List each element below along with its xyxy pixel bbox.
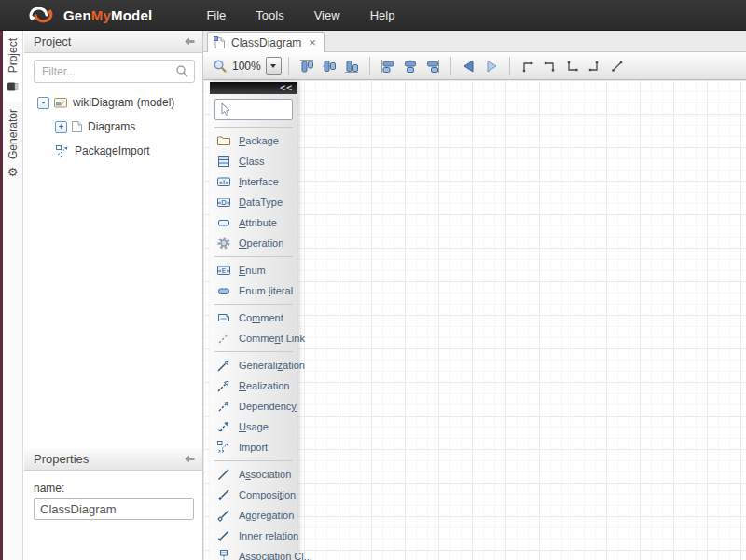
diagram-toolbar: 100% bbox=[203, 52, 746, 80]
import-icon bbox=[216, 440, 231, 455]
palette-item-attribute[interactable]: Attribute bbox=[210, 212, 297, 233]
filter-field-wrap bbox=[34, 60, 195, 83]
composition-icon bbox=[216, 487, 231, 502]
name-field-label: name: bbox=[34, 482, 202, 495]
collapse-left-icon[interactable] bbox=[185, 37, 195, 46]
tab-label: ClassDiagram bbox=[231, 36, 301, 49]
connector-elbow-2-button[interactable] bbox=[539, 55, 561, 77]
tree-item-packageimport[interactable]: PackageImport bbox=[24, 139, 202, 163]
palette-item-comment[interactable]: Comment bbox=[210, 307, 297, 328]
palette-item-generalization[interactable]: Generalization bbox=[210, 355, 297, 376]
package-import-icon bbox=[55, 144, 70, 158]
palette-item-association-class[interactable]: Association Cl... bbox=[210, 546, 297, 560]
tab-close-icon[interactable]: × bbox=[309, 37, 316, 48]
sidetab-generator-label: Generator bbox=[7, 109, 20, 159]
sidetab-generator[interactable]: Generator ⚙ bbox=[3, 102, 22, 184]
tree-item-diagrams[interactable]: + Diagrams bbox=[24, 115, 202, 139]
attribute-icon bbox=[216, 215, 231, 230]
align-bottom-button[interactable] bbox=[340, 55, 363, 77]
palette-item-usage[interactable]: Usage bbox=[210, 417, 297, 437]
project-panel: Project - wikiDiagram (model) + Diagrams bbox=[24, 31, 203, 448]
datatype-icon: «D» bbox=[216, 195, 231, 210]
operation-icon bbox=[216, 236, 231, 251]
tree-item-label: wikiDiagram (model) bbox=[73, 96, 174, 109]
selection-tool-button[interactable] bbox=[214, 99, 293, 120]
tree-item-label: PackageImport bbox=[75, 144, 150, 157]
comment-icon bbox=[216, 310, 231, 325]
collapse-toggle-icon[interactable]: - bbox=[37, 97, 49, 109]
tool-palette: << Package Class «I» Interface «D» DataT… bbox=[210, 82, 297, 560]
svg-text:«E»: «E» bbox=[218, 267, 230, 275]
align-center-button[interactable] bbox=[399, 55, 421, 77]
align-right-button[interactable] bbox=[421, 55, 444, 77]
palette-item-enum[interactable]: «E» Enum bbox=[210, 260, 297, 280]
zoom-dropdown-button[interactable] bbox=[266, 57, 282, 75]
palette-item-inner-relation[interactable]: Inner relation bbox=[210, 526, 297, 546]
palette-collapse-button[interactable]: << bbox=[280, 84, 293, 93]
align-left-button[interactable] bbox=[377, 55, 399, 77]
connector-elbow-4-button[interactable] bbox=[584, 55, 606, 77]
book-icon bbox=[7, 79, 19, 96]
side-tab-strip: Project Generator ⚙ bbox=[3, 31, 23, 560]
flip-vertical-button[interactable] bbox=[480, 55, 503, 77]
gear-icon: ⚙ bbox=[7, 166, 19, 178]
palette-item-class[interactable]: Class bbox=[210, 151, 297, 171]
palette-item-interface[interactable]: «I» Interface bbox=[210, 171, 297, 192]
tree-item-label: Diagrams bbox=[88, 120, 135, 133]
project-tree: - wikiDiagram (model) + Diagrams Package… bbox=[24, 90, 202, 163]
menu-tools[interactable]: Tools bbox=[241, 2, 298, 29]
zoom-level-value: 100% bbox=[232, 60, 261, 73]
align-middle-button[interactable] bbox=[318, 55, 340, 77]
palette-item-realization[interactable]: Realization bbox=[210, 376, 297, 396]
svg-text:«D»: «D» bbox=[217, 199, 230, 207]
diagram-file-icon bbox=[71, 120, 83, 133]
properties-panel-title: Properties bbox=[34, 452, 89, 466]
menu-help[interactable]: Help bbox=[355, 2, 410, 29]
menu-view[interactable]: View bbox=[299, 2, 355, 29]
collapse-left-icon[interactable] bbox=[185, 455, 195, 463]
genmymodel-cloud-icon bbox=[24, 5, 58, 26]
connector-straight-button[interactable] bbox=[606, 55, 629, 77]
sidetab-project[interactable]: Project bbox=[3, 31, 22, 102]
palette-item-aggregation[interactable]: Aggregation bbox=[210, 505, 297, 526]
palette-item-comment-link[interactable]: Comment Link bbox=[210, 328, 297, 348]
cursor-icon bbox=[219, 102, 231, 116]
palette-item-association[interactable]: Association bbox=[210, 464, 297, 485]
filter-input[interactable] bbox=[34, 60, 195, 83]
name-input[interactable] bbox=[34, 498, 194, 520]
menu-bar: File Tools View Help bbox=[191, 2, 409, 29]
palette-item-import[interactable]: Import bbox=[210, 437, 297, 458]
search-icon bbox=[175, 64, 188, 77]
enum-icon: «E» bbox=[216, 263, 231, 278]
svg-text:«I»: «I» bbox=[219, 179, 229, 186]
generalization-icon bbox=[216, 358, 231, 373]
palette-header: << bbox=[210, 82, 297, 94]
chevron-down-icon bbox=[270, 64, 276, 68]
flip-horizontal-button[interactable] bbox=[458, 55, 480, 77]
editor-tab-bar: ClassDiagram × bbox=[203, 31, 746, 52]
project-panel-header: Project bbox=[24, 31, 202, 53]
top-menubar: GenMyModel File Tools View Help bbox=[0, 0, 746, 31]
app-logo: GenMyModel bbox=[24, 5, 152, 26]
palette-item-package[interactable]: Package bbox=[210, 130, 297, 151]
properties-panel: Properties name: bbox=[24, 448, 203, 560]
inner-relation-icon bbox=[216, 528, 231, 543]
palette-item-dependency[interactable]: Dependency bbox=[210, 396, 297, 417]
model-icon bbox=[53, 96, 68, 109]
interface-icon: «I» bbox=[216, 174, 231, 189]
menu-file[interactable]: File bbox=[191, 2, 241, 29]
connector-elbow-3-button[interactable] bbox=[561, 55, 584, 77]
align-top-button[interactable] bbox=[296, 55, 318, 77]
comment-link-icon bbox=[216, 331, 231, 346]
tree-item-model[interactable]: - wikiDiagram (model) bbox=[24, 90, 202, 115]
tab-classdiagram[interactable]: ClassDiagram × bbox=[207, 32, 325, 52]
diagram-tab-icon bbox=[214, 36, 226, 49]
palette-item-enum-literal[interactable]: Enum literal bbox=[210, 280, 297, 301]
app-title: GenMyModel bbox=[63, 7, 152, 23]
package-icon bbox=[216, 133, 231, 148]
palette-item-datatype[interactable]: «D» DataType bbox=[210, 192, 297, 212]
expand-toggle-icon[interactable]: + bbox=[55, 121, 67, 133]
palette-item-composition[interactable]: Composition bbox=[210, 485, 297, 505]
connector-elbow-1-button[interactable] bbox=[517, 55, 539, 77]
palette-item-operation[interactable]: Operation bbox=[210, 233, 297, 253]
